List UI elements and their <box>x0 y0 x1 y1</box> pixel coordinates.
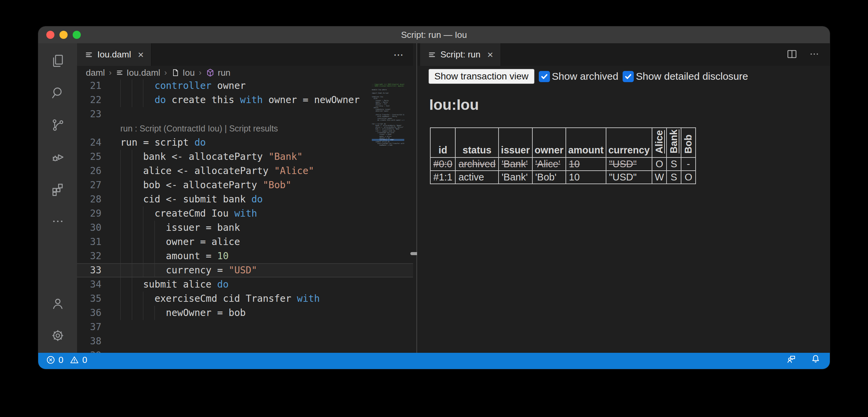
indent-guide <box>154 249 155 263</box>
breadcrumb-separator: › <box>199 68 201 77</box>
breadcrumb-item-run[interactable]: run <box>206 68 231 78</box>
column-header-owner: owner <box>532 128 566 157</box>
party-role-cell: - <box>681 157 696 171</box>
line-number: 23 <box>77 107 101 121</box>
notifications-bell-icon[interactable] <box>810 353 821 367</box>
breadcrumb-item-daml[interactable]: daml <box>86 68 105 78</box>
code-line-39: 39 <box>77 348 413 353</box>
tab-script-run[interactable]: Script: run × <box>420 43 501 66</box>
search-icon[interactable] <box>48 83 68 103</box>
checkbox-show-archived[interactable]: Show archived <box>539 71 619 82</box>
tab-iou-daml[interactable]: Iou.daml × <box>77 43 151 66</box>
contract-cell: archived <box>455 157 499 171</box>
daml-file-icon <box>85 50 93 59</box>
more-views-icon[interactable] <box>48 211 68 231</box>
contract-cell: 'Alice' <box>532 157 566 171</box>
line-number: 24 <box>77 136 101 150</box>
breadcrumb-item-iou-daml[interactable]: Iou.daml <box>116 68 160 78</box>
checkbox-show-detailed-disclosure[interactable]: Show detailed disclosure <box>623 71 748 82</box>
indent-guide <box>120 164 121 178</box>
script-toolbar: Show transaction view Show archivedShow … <box>429 69 826 84</box>
source-control-icon[interactable] <box>48 115 68 135</box>
title-bar: Script: run — Iou <box>38 26 830 43</box>
column-header-id: id <box>430 128 455 157</box>
indent-guide <box>120 178 121 192</box>
contract-cell: "USD" <box>606 171 652 184</box>
column-header-amount: amount <box>566 128 606 157</box>
screenshot-stage: Script: run — Iou <box>0 0 868 417</box>
run-and-debug-icon[interactable] <box>48 147 68 167</box>
line-number: 37 <box>77 320 101 334</box>
breadcrumb-separator: › <box>109 68 112 77</box>
code-line-38: 38 <box>77 334 413 348</box>
party-column-header-bob: Bob <box>681 128 696 157</box>
split-editor-icon[interactable] <box>786 48 798 62</box>
extensions-icon[interactable] <box>48 179 68 199</box>
line-number: 39 <box>77 348 101 353</box>
feedback-icon[interactable] <box>786 353 797 367</box>
checkbox-box[interactable] <box>623 71 634 82</box>
code-line-24: 24run = script do <box>77 136 413 150</box>
code-line-21: 21 controller owner <box>77 79 413 93</box>
minimap[interactable]: -- Copyright (c) 2023 Digital Asset (Swi… <box>372 83 404 148</box>
code-line-32: 32 amount = 10 <box>77 249 413 263</box>
column-header-issuer: issuer <box>499 128 532 157</box>
more-actions-icon[interactable] <box>808 48 820 62</box>
line-number: 22 <box>77 93 101 107</box>
line-number: 26 <box>77 164 101 178</box>
indent-guide <box>132 264 132 277</box>
line-number: 34 <box>77 277 101 292</box>
code-line-25: 25 bank <- allocateParty "Bank" <box>77 150 413 164</box>
contract-cell: #1:1 <box>430 171 455 184</box>
line-number: 28 <box>77 192 101 206</box>
party-role-cell: S <box>667 171 681 184</box>
indent-guide <box>143 249 143 263</box>
contract-cell: "USD" <box>606 157 652 171</box>
codelens-run-script[interactable]: run : Script (ContractId Iou) | Script r… <box>120 121 413 136</box>
tab-close-icon[interactable]: × <box>137 50 145 60</box>
problems-indicator[interactable]: 0 0 <box>46 355 87 365</box>
indent-guide <box>143 206 143 221</box>
indent-guide <box>154 221 155 235</box>
code-lines: 21 controller owner22 do create this wit… <box>77 79 413 353</box>
indent-guide <box>120 150 121 164</box>
contracts-table: idstatusissuerowneramountcurrencyAliceBa… <box>430 127 696 184</box>
template-heading: Iou:Iou <box>429 96 479 113</box>
symbol-cube-icon <box>206 68 215 77</box>
contract-cell: active <box>455 171 499 184</box>
warning-icon <box>69 355 79 365</box>
editor-group-right: Script: run × Show transaction <box>417 43 830 353</box>
tab-close-icon[interactable]: × <box>487 50 494 60</box>
breadcrumb-label: daml <box>86 68 105 78</box>
accounts-icon[interactable] <box>48 293 68 314</box>
indent-guide <box>132 292 132 306</box>
explorer-icon[interactable] <box>48 51 68 71</box>
left-tabbar-more-icon[interactable]: ⋯ <box>393 43 405 66</box>
line-number: 38 <box>77 334 101 348</box>
line-number: 36 <box>77 306 101 320</box>
code-line-28: 28 cid <- submit bank do <box>77 192 413 206</box>
line-number: 25 <box>77 150 101 164</box>
line-number: 21 <box>77 79 101 93</box>
indent-guide <box>154 235 155 249</box>
show-transaction-view-button[interactable]: Show transaction view <box>429 69 534 84</box>
contract-cell: 'Bob' <box>532 171 566 184</box>
column-header-currency: currency <box>606 128 652 157</box>
party-column-header-bank: Bank <box>667 128 681 157</box>
breadcrumb-label: Iou <box>183 68 195 78</box>
indent-guide <box>143 292 143 306</box>
code-editor[interactable]: 21 controller owner22 do create this wit… <box>77 79 413 353</box>
indent-guide <box>154 306 155 320</box>
editor-group-sash[interactable] <box>413 43 417 353</box>
indent-guide <box>132 221 132 235</box>
indent-guide <box>132 249 132 263</box>
contract-row-1-1: #1:1active'Bank''Bob'10"USD"WSO <box>430 171 696 184</box>
breadcrumb-item-iou[interactable]: Iou <box>171 68 195 78</box>
tab-label: Script: run <box>440 49 481 60</box>
indent-guide <box>143 306 143 320</box>
indent-guide <box>143 235 143 249</box>
vscode-window: Script: run — Iou <box>38 26 830 369</box>
checkbox-box[interactable] <box>539 71 550 82</box>
indent-guide <box>120 79 121 93</box>
settings-gear-icon[interactable] <box>48 325 68 346</box>
